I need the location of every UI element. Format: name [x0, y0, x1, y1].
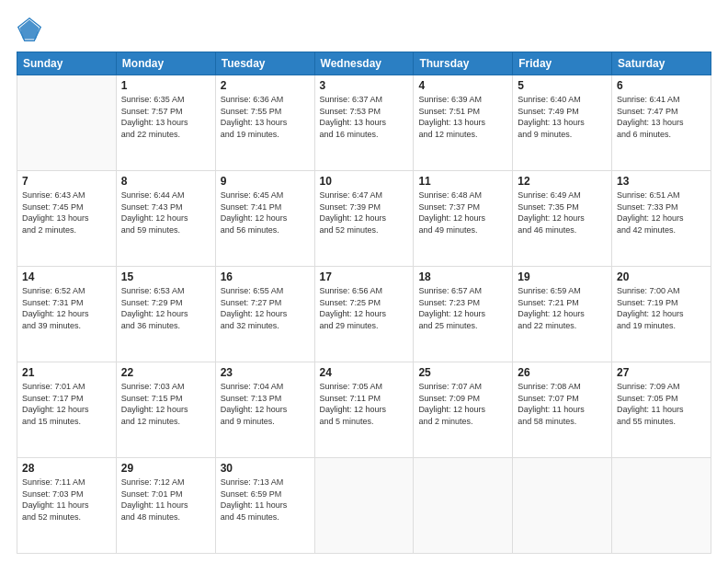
day-number: 1 — [121, 79, 210, 92]
calendar-cell: 7Sunrise: 6:43 AM Sunset: 7:45 PM Daylig… — [17, 171, 117, 267]
day-number: 26 — [518, 366, 607, 379]
calendar-week-row: 14Sunrise: 6:52 AM Sunset: 7:31 PM Dayli… — [17, 267, 711, 362]
calendar-cell — [612, 458, 711, 554]
calendar-cell: 1Sunrise: 6:35 AM Sunset: 7:57 PM Daylig… — [116, 75, 215, 171]
calendar-cell: 24Sunrise: 7:05 AM Sunset: 7:11 PM Dayli… — [314, 362, 414, 458]
calendar-cell: 20Sunrise: 7:00 AM Sunset: 7:19 PM Dayli… — [612, 267, 711, 362]
day-number: 15 — [121, 270, 210, 283]
day-info: Sunrise: 6:44 AM Sunset: 7:43 PM Dayligh… — [121, 190, 210, 236]
day-info: Sunrise: 6:37 AM Sunset: 7:53 PM Dayligh… — [320, 94, 409, 140]
day-info: Sunrise: 7:08 AM Sunset: 7:07 PM Dayligh… — [518, 381, 607, 427]
day-info: Sunrise: 7:03 AM Sunset: 7:15 PM Dayligh… — [121, 381, 210, 427]
calendar-cell — [414, 458, 513, 554]
day-number: 11 — [418, 175, 507, 188]
day-info: Sunrise: 6:55 AM Sunset: 7:27 PM Dayligh… — [221, 285, 310, 331]
day-number: 18 — [418, 270, 507, 283]
weekday-header-friday: Friday — [513, 52, 612, 75]
day-number: 7 — [22, 175, 111, 188]
day-info: Sunrise: 6:41 AM Sunset: 7:47 PM Dayligh… — [617, 94, 706, 140]
calendar-cell: 9Sunrise: 6:45 AM Sunset: 7:41 PM Daylig… — [215, 171, 314, 267]
weekday-header-sunday: Sunday — [17, 52, 117, 75]
weekday-header-thursday: Thursday — [414, 52, 513, 75]
calendar-table: SundayMondayTuesdayWednesdayThursdayFrid… — [17, 52, 711, 554]
calendar-cell: 4Sunrise: 6:39 AM Sunset: 7:51 PM Daylig… — [414, 75, 513, 171]
day-info: Sunrise: 7:00 AM Sunset: 7:19 PM Dayligh… — [617, 285, 706, 331]
day-info: Sunrise: 6:57 AM Sunset: 7:23 PM Dayligh… — [418, 285, 507, 331]
day-number: 20 — [617, 270, 706, 283]
day-number: 3 — [320, 79, 409, 92]
calendar-week-row: 21Sunrise: 7:01 AM Sunset: 7:17 PM Dayli… — [17, 362, 711, 458]
calendar-cell: 29Sunrise: 7:12 AM Sunset: 7:01 PM Dayli… — [116, 458, 215, 554]
calendar-cell: 15Sunrise: 6:53 AM Sunset: 7:29 PM Dayli… — [116, 267, 215, 362]
calendar-cell: 16Sunrise: 6:55 AM Sunset: 7:27 PM Dayli… — [215, 267, 314, 362]
day-info: Sunrise: 6:56 AM Sunset: 7:25 PM Dayligh… — [320, 285, 409, 331]
calendar-week-row: 1Sunrise: 6:35 AM Sunset: 7:57 PM Daylig… — [17, 75, 711, 171]
page: SundayMondayTuesdayWednesdayThursdayFrid… — [0, 0, 728, 563]
calendar-cell: 12Sunrise: 6:49 AM Sunset: 7:35 PM Dayli… — [513, 171, 612, 267]
day-info: Sunrise: 7:04 AM Sunset: 7:13 PM Dayligh… — [221, 381, 310, 427]
day-number: 2 — [221, 79, 310, 92]
day-number: 13 — [617, 175, 706, 188]
logo — [17, 17, 44, 42]
calendar-cell: 25Sunrise: 7:07 AM Sunset: 7:09 PM Dayli… — [414, 362, 513, 458]
logo-icon — [17, 17, 42, 42]
day-number: 8 — [121, 175, 210, 188]
day-number: 19 — [518, 270, 607, 283]
day-info: Sunrise: 6:49 AM Sunset: 7:35 PM Dayligh… — [518, 190, 607, 236]
day-info: Sunrise: 6:48 AM Sunset: 7:37 PM Dayligh… — [418, 190, 507, 236]
day-info: Sunrise: 6:39 AM Sunset: 7:51 PM Dayligh… — [418, 94, 507, 140]
day-number: 29 — [121, 462, 210, 475]
weekday-header-saturday: Saturday — [612, 52, 711, 75]
day-info: Sunrise: 7:07 AM Sunset: 7:09 PM Dayligh… — [418, 381, 507, 427]
calendar-cell: 23Sunrise: 7:04 AM Sunset: 7:13 PM Dayli… — [215, 362, 314, 458]
day-info: Sunrise: 6:47 AM Sunset: 7:39 PM Dayligh… — [320, 190, 409, 236]
day-info: Sunrise: 7:12 AM Sunset: 7:01 PM Dayligh… — [121, 477, 210, 523]
day-number: 9 — [221, 175, 310, 188]
day-number: 25 — [418, 366, 507, 379]
calendar-cell: 2Sunrise: 6:36 AM Sunset: 7:55 PM Daylig… — [215, 75, 314, 171]
calendar-cell: 26Sunrise: 7:08 AM Sunset: 7:07 PM Dayli… — [513, 362, 612, 458]
day-number: 24 — [320, 366, 409, 379]
day-number: 5 — [518, 79, 607, 92]
day-number: 28 — [22, 462, 111, 475]
day-info: Sunrise: 7:13 AM Sunset: 6:59 PM Dayligh… — [221, 477, 310, 523]
day-info: Sunrise: 6:51 AM Sunset: 7:33 PM Dayligh… — [617, 190, 706, 236]
weekday-header-monday: Monday — [116, 52, 215, 75]
day-info: Sunrise: 6:52 AM Sunset: 7:31 PM Dayligh… — [22, 285, 111, 331]
calendar-week-row: 7Sunrise: 6:43 AM Sunset: 7:45 PM Daylig… — [17, 171, 711, 267]
calendar-cell: 6Sunrise: 6:41 AM Sunset: 7:47 PM Daylig… — [612, 75, 711, 171]
weekday-header-row: SundayMondayTuesdayWednesdayThursdayFrid… — [17, 52, 711, 75]
day-info: Sunrise: 6:43 AM Sunset: 7:45 PM Dayligh… — [22, 190, 111, 236]
weekday-header-tuesday: Tuesday — [215, 52, 314, 75]
day-info: Sunrise: 6:59 AM Sunset: 7:21 PM Dayligh… — [518, 285, 607, 331]
weekday-header-wednesday: Wednesday — [314, 52, 414, 75]
calendar-cell: 3Sunrise: 6:37 AM Sunset: 7:53 PM Daylig… — [314, 75, 414, 171]
calendar-cell: 21Sunrise: 7:01 AM Sunset: 7:17 PM Dayli… — [17, 362, 117, 458]
calendar-cell: 22Sunrise: 7:03 AM Sunset: 7:15 PM Dayli… — [116, 362, 215, 458]
day-info: Sunrise: 6:45 AM Sunset: 7:41 PM Dayligh… — [221, 190, 310, 236]
day-info: Sunrise: 6:53 AM Sunset: 7:29 PM Dayligh… — [121, 285, 210, 331]
day-number: 14 — [22, 270, 111, 283]
day-number: 17 — [320, 270, 409, 283]
day-info: Sunrise: 7:01 AM Sunset: 7:17 PM Dayligh… — [22, 381, 111, 427]
day-number: 10 — [320, 175, 409, 188]
calendar-cell: 5Sunrise: 6:40 AM Sunset: 7:49 PM Daylig… — [513, 75, 612, 171]
day-number: 27 — [617, 366, 706, 379]
calendar-cell: 19Sunrise: 6:59 AM Sunset: 7:21 PM Dayli… — [513, 267, 612, 362]
calendar-cell: 10Sunrise: 6:47 AM Sunset: 7:39 PM Dayli… — [314, 171, 414, 267]
calendar-cell: 14Sunrise: 6:52 AM Sunset: 7:31 PM Dayli… — [17, 267, 117, 362]
calendar-cell — [513, 458, 612, 554]
day-info: Sunrise: 7:11 AM Sunset: 7:03 PM Dayligh… — [22, 477, 111, 523]
day-number: 12 — [518, 175, 607, 188]
day-number: 23 — [221, 366, 310, 379]
calendar-cell: 11Sunrise: 6:48 AM Sunset: 7:37 PM Dayli… — [414, 171, 513, 267]
day-info: Sunrise: 6:35 AM Sunset: 7:57 PM Dayligh… — [121, 94, 210, 140]
calendar-cell: 17Sunrise: 6:56 AM Sunset: 7:25 PM Dayli… — [314, 267, 414, 362]
calendar-cell — [314, 458, 414, 554]
day-number: 30 — [221, 462, 310, 475]
calendar-week-row: 28Sunrise: 7:11 AM Sunset: 7:03 PM Dayli… — [17, 458, 711, 554]
day-number: 6 — [617, 79, 706, 92]
day-number: 22 — [121, 366, 210, 379]
day-info: Sunrise: 7:05 AM Sunset: 7:11 PM Dayligh… — [320, 381, 409, 427]
calendar-cell: 30Sunrise: 7:13 AM Sunset: 6:59 PM Dayli… — [215, 458, 314, 554]
